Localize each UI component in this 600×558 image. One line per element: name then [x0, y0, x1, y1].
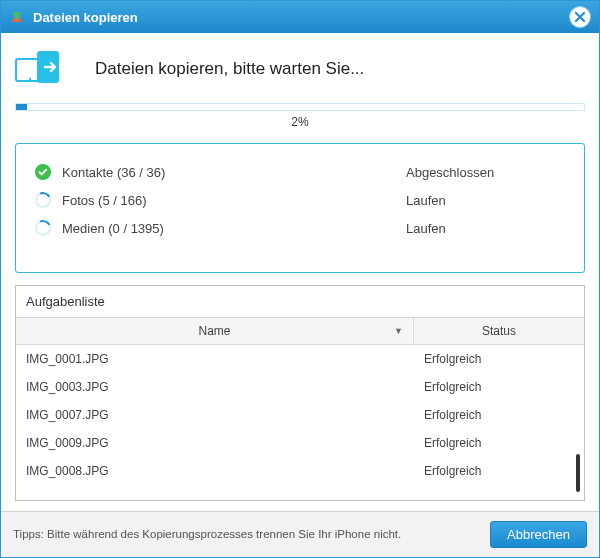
check-circle-icon	[34, 163, 52, 181]
category-status: Laufen	[406, 221, 566, 236]
table-row[interactable]: IMG_0009.JPGErfolgreich	[16, 429, 584, 457]
task-name: IMG_0009.JPG	[16, 436, 414, 450]
category-row: Kontakte (36 / 36)Abgeschlossen	[34, 158, 566, 186]
task-name: IMG_0001.JPG	[16, 352, 414, 366]
table-row[interactable]: IMG_0007.JPGErfolgreich	[16, 401, 584, 429]
titlebar: Dateien kopieren	[1, 1, 599, 33]
copy-dialog: Dateien kopieren Dateien kopieren, bitte…	[0, 0, 600, 558]
task-status: Erfolgreich	[414, 464, 584, 478]
footer: Tipps: Bitte während des Kopierungsproze…	[1, 511, 599, 557]
dialog-title: Dateien kopieren	[33, 10, 569, 25]
column-header-status[interactable]: Status	[414, 318, 584, 344]
categories-panel: Kontakte (36 / 36)AbgeschlossenFotos (5 …	[15, 143, 585, 273]
sort-caret-icon: ▼	[394, 326, 403, 336]
task-status: Erfolgreich	[414, 408, 584, 422]
app-icon	[9, 9, 25, 25]
task-status: Erfolgreich	[414, 436, 584, 450]
table-body: IMG_0001.JPGErfolgreichIMG_0003.JPGErfol…	[16, 345, 584, 500]
category-label: Medien (0 / 1395)	[62, 221, 406, 236]
svg-point-1	[29, 78, 31, 80]
category-label: Fotos (5 / 166)	[62, 193, 406, 208]
progress-label: 2%	[15, 115, 585, 129]
category-status: Abgeschlossen	[406, 165, 566, 180]
column-header-status-label: Status	[482, 324, 516, 338]
progress-track	[15, 103, 585, 111]
close-icon	[574, 11, 586, 23]
progress-bar: 2%	[15, 103, 585, 129]
table-row[interactable]: IMG_0001.JPGErfolgreich	[16, 345, 584, 373]
category-row: Fotos (5 / 166)Laufen	[34, 186, 566, 214]
task-name: IMG_0007.JPG	[16, 408, 414, 422]
footer-tips: Tipps: Bitte während des Kopierungsproze…	[13, 527, 490, 543]
tasklist: Aufgabenliste Name ▼ Status IMG_0001.JPG…	[15, 285, 585, 501]
column-header-name-label: Name	[198, 324, 230, 338]
header-row: Dateien kopieren, bitte warten Sie...	[15, 43, 585, 103]
spinner-icon	[34, 191, 52, 209]
progress-fill	[16, 104, 27, 110]
category-status: Laufen	[406, 193, 566, 208]
table-header: Name ▼ Status	[16, 318, 584, 345]
transfer-icon	[15, 49, 65, 89]
scrollbar-thumb[interactable]	[576, 454, 580, 492]
spinner-icon	[34, 219, 52, 237]
task-status: Erfolgreich	[414, 352, 584, 366]
task-status: Erfolgreich	[414, 380, 584, 394]
dialog-content: Dateien kopieren, bitte warten Sie... 2%…	[1, 33, 599, 501]
table-row[interactable]: IMG_0008.JPGErfolgreich	[16, 457, 584, 485]
category-row: Medien (0 / 1395)Laufen	[34, 214, 566, 242]
category-label: Kontakte (36 / 36)	[62, 165, 406, 180]
task-name: IMG_0003.JPG	[16, 380, 414, 394]
close-button[interactable]	[569, 6, 591, 28]
column-header-name[interactable]: Name ▼	[16, 318, 414, 344]
tasklist-title: Aufgabenliste	[16, 286, 584, 318]
task-name: IMG_0008.JPG	[16, 464, 414, 478]
cancel-button[interactable]: Abbrechen	[490, 521, 587, 548]
header-message: Dateien kopieren, bitte warten Sie...	[95, 59, 364, 79]
table-row[interactable]: IMG_0003.JPGErfolgreich	[16, 373, 584, 401]
